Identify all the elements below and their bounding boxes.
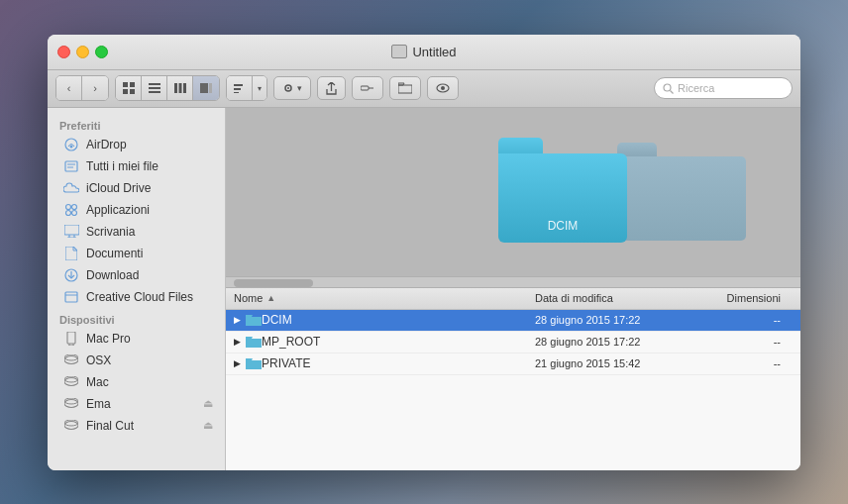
sidebar-item-documents[interactable]: Documenti: [48, 243, 225, 264]
desktop-icon: [63, 224, 79, 240]
sidebar-item-ema[interactable]: Ema ⏏: [48, 393, 225, 415]
view-buttons: [115, 75, 220, 101]
sidebar-item-mac[interactable]: Mac: [48, 371, 225, 393]
file-size: --: [703, 357, 793, 369]
table-row[interactable]: ▶ PRIVATE 21 giugno 2015 15:42 --: [226, 353, 800, 375]
horizontal-scrollbar[interactable]: [226, 276, 800, 288]
window-title: Untitled: [412, 45, 456, 59]
ema-label: Ema: [86, 397, 111, 411]
search-box[interactable]: Ricerca: [654, 77, 793, 99]
file-date: 21 giugno 2015 15:42: [535, 357, 703, 369]
applications-label: Applicazioni: [86, 203, 150, 217]
maximize-button[interactable]: [95, 46, 108, 58]
view-cover-button[interactable]: [193, 76, 219, 100]
apps-icon: [63, 202, 79, 218]
svg-point-16: [287, 87, 289, 89]
file-date: 28 giugno 2015 17:22: [535, 314, 703, 326]
columns-icon: [174, 83, 186, 93]
folder-button[interactable]: [389, 76, 421, 100]
svg-point-29: [72, 204, 77, 209]
expand-arrow[interactable]: ▶: [234, 337, 246, 347]
view-list-button[interactable]: [142, 76, 167, 100]
primary-folder: DCIM: [498, 138, 627, 243]
close-button[interactable]: [57, 46, 70, 58]
icloud-icon: [63, 180, 79, 196]
file-list-header: Nome ▲ Data di modifica Dimensioni: [226, 288, 800, 310]
filename: DCIM: [262, 313, 292, 327]
svg-rect-12: [234, 84, 243, 86]
preview-area: DCIM: [226, 108, 800, 276]
share-button[interactable]: [317, 76, 346, 100]
expand-arrow[interactable]: ▶: [234, 315, 246, 325]
ema-eject-button[interactable]: ⏏: [203, 397, 213, 410]
tag-button[interactable]: [352, 76, 383, 100]
documents-label: Documenti: [86, 247, 143, 260]
sidebar-item-final-cut[interactable]: Final Cut ⏏: [48, 415, 225, 437]
sidebar-item-download[interactable]: Download: [48, 264, 225, 286]
expand-arrow[interactable]: ▶: [234, 358, 246, 368]
folder-icon: [246, 357, 262, 370]
svg-rect-3: [130, 89, 135, 94]
arrange-chevron[interactable]: ▾: [253, 76, 266, 100]
svg-rect-4: [149, 83, 160, 85]
tag-icon: [361, 83, 374, 93]
final-cut-eject-button[interactable]: ⏏: [203, 419, 213, 432]
sidebar-item-icloud[interactable]: iCloud Drive: [48, 177, 225, 199]
col-name-header[interactable]: Nome ▲: [234, 292, 535, 304]
hdd-icon: [391, 45, 407, 58]
filename: PRIVATE: [262, 356, 311, 370]
svg-rect-7: [174, 83, 177, 93]
folder-icon: [246, 336, 262, 349]
svg-rect-6: [149, 91, 160, 93]
forward-button[interactable]: ›: [82, 76, 108, 100]
sidebar-item-applications[interactable]: Applicazioni: [48, 199, 225, 221]
back-button[interactable]: ‹: [56, 76, 82, 100]
sidebar-item-osx[interactable]: OSX: [48, 350, 225, 371]
gear-icon: [282, 82, 294, 94]
svg-rect-32: [64, 225, 79, 235]
arrange-button[interactable]: [227, 76, 253, 100]
file-list: ▶ DCIM 28 giugno 2015 17:22 -- ▶: [226, 310, 800, 470]
table-row[interactable]: ▶ MP_ROOT 28 giugno 2015 17:22 --: [226, 332, 800, 353]
file-size: --: [703, 336, 793, 348]
eye-button[interactable]: [427, 76, 459, 100]
svg-point-28: [66, 204, 71, 209]
sidebar-item-airdrop[interactable]: AirDrop: [48, 134, 225, 155]
sidebar-item-desktop[interactable]: Scrivania: [48, 221, 225, 243]
finder-window: Untitled ‹ › ▾: [48, 35, 800, 470]
svg-rect-1: [130, 82, 135, 87]
sidebar-item-all-files[interactable]: Tutti i miei file: [48, 155, 225, 177]
search-placeholder: Ricerca: [678, 82, 714, 94]
content-area: DCIM Nome ▲ Data di modifica Dimensioni: [226, 108, 800, 470]
action-button[interactable]: ▾: [273, 76, 311, 100]
table-row[interactable]: ▶ DCIM 28 giugno 2015 17:22 --: [226, 310, 800, 332]
svg-point-21: [664, 84, 671, 91]
ema-disk-icon: [63, 396, 79, 412]
eye-icon: [436, 83, 450, 93]
svg-rect-9: [183, 83, 186, 93]
airdrop-icon: [63, 137, 79, 152]
view-columns-button[interactable]: [167, 76, 193, 100]
col-date-header[interactable]: Data di modifica: [535, 292, 703, 304]
cover-icon: [200, 83, 212, 93]
icloud-label: iCloud Drive: [86, 181, 151, 195]
file-size: --: [703, 314, 793, 326]
grid-icon: [123, 82, 135, 94]
svg-rect-40: [67, 332, 75, 344]
creative-cloud-label: Creative Cloud Files: [86, 290, 193, 304]
sidebar-item-creative-cloud[interactable]: Creative Cloud Files: [48, 286, 225, 308]
nav-buttons: ‹ ›: [55, 75, 109, 101]
svg-rect-8: [178, 83, 181, 93]
sidebar-item-mac-pro[interactable]: Mac Pro: [48, 328, 225, 350]
minimize-button[interactable]: [76, 46, 89, 58]
arrange-icon: [234, 83, 245, 93]
download-label: Download: [86, 268, 139, 282]
svg-rect-13: [234, 88, 241, 90]
col-size-header[interactable]: Dimensioni: [703, 292, 793, 304]
view-icon-button[interactable]: [116, 76, 142, 100]
svg-point-20: [441, 86, 445, 90]
sidebar: Preferiti AirDrop Tutti i miei file iClo…: [48, 108, 226, 470]
final-cut-disk-icon: [63, 418, 79, 434]
svg-rect-5: [149, 87, 160, 89]
mac-label: Mac: [86, 375, 109, 389]
